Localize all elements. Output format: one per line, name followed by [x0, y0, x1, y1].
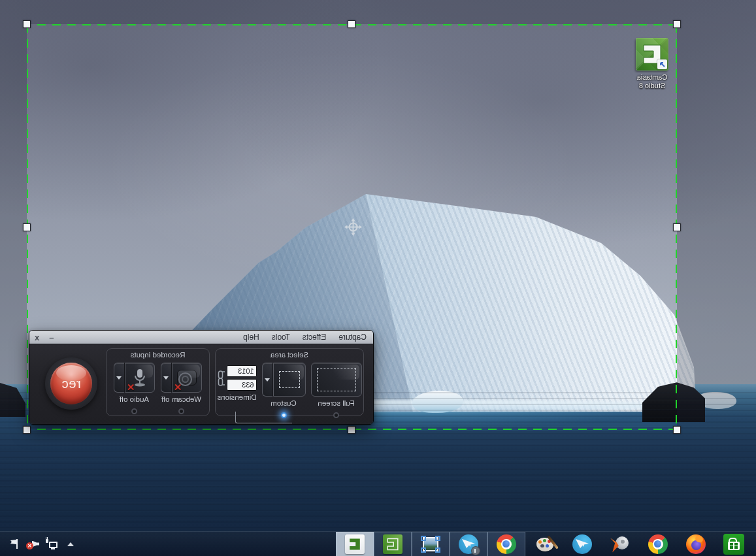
taskbar-photo-viewer[interactable]: [412, 532, 450, 556]
screenshot-root: Camtasia Studio 8 Capture Effects Tools …: [0, 0, 756, 556]
network-icon: [46, 539, 58, 549]
close-button[interactable]: x: [35, 333, 39, 342]
photo-viewer-icon: [421, 536, 440, 553]
sphere-crater: [621, 540, 625, 544]
crop-corner: [435, 536, 440, 541]
select-area-title: Select area: [216, 351, 363, 359]
resize-handle-bottom-right[interactable]: [23, 426, 31, 434]
move-crosshair-icon[interactable]: [344, 218, 362, 236]
monitor-glyph: [49, 542, 58, 548]
resize-handle-mid-left[interactable]: [673, 223, 681, 231]
menu-capture[interactable]: Capture: [338, 333, 367, 342]
paint-dot-orange: [538, 540, 542, 544]
chrome-icon: [648, 534, 668, 554]
network-tray-item[interactable]: [44, 537, 59, 551]
full-screen-indicator-dot: [333, 412, 339, 418]
volume-tray-item[interactable]: ✕: [25, 537, 40, 551]
paint-dot-blue: [546, 544, 549, 548]
audio-dropdown-button[interactable]: [114, 363, 125, 393]
crop-corner: [435, 548, 440, 553]
taskbar-telegram-1[interactable]: [450, 532, 487, 556]
taskbar-windows-store[interactable]: [715, 532, 753, 556]
recorder-titlebar[interactable]: Capture Effects Tools Help – x: [29, 331, 373, 344]
taskbar-camtasia-recorder[interactable]: [336, 532, 374, 556]
capture-dim-left: [677, 24, 756, 431]
full-screen-button[interactable]: [311, 363, 362, 397]
custom-area-button[interactable]: [273, 363, 306, 397]
mirrored-desktop: Camtasia Studio 8 Capture Effects Tools …: [0, 0, 756, 556]
resize-handle-top-right[interactable]: [23, 20, 31, 28]
crop-corner: [421, 536, 426, 541]
camtasia-c-glyph: [387, 538, 399, 551]
telegram-status-badge: [471, 546, 480, 555]
telegram-icon: [572, 534, 592, 554]
resize-handle-bottom-center[interactable]: [348, 426, 356, 434]
camtasia-recorder-window: Capture Effects Tools Help – x Select ar…: [29, 330, 374, 425]
store-bag-glyph: [728, 542, 740, 550]
camtasia-c-glyph: [349, 538, 361, 551]
select-area-panel: Select area Full screen: [215, 348, 364, 416]
recorded-inputs-panel: Recorded inputs ✕ Webcam off: [106, 348, 210, 416]
crop-corner: [421, 548, 426, 553]
resize-handle-top-left[interactable]: [673, 20, 681, 28]
hidden-icons-chevron[interactable]: [63, 537, 78, 551]
taskbar-telegram-2[interactable]: [563, 532, 601, 556]
windows-flag-glyph: [730, 543, 738, 549]
audio-label: Audio off: [120, 395, 149, 403]
monitor-stand: [51, 548, 55, 549]
taskbar: ✕: [0, 531, 756, 556]
taskbar-camtasia-green[interactable]: [374, 532, 412, 556]
palette-icon: [534, 535, 555, 553]
webcam-dropdown-button[interactable]: [161, 363, 172, 393]
resize-handle-bottom-left[interactable]: [673, 426, 681, 434]
taskbar-sphere-app[interactable]: [601, 532, 639, 556]
audio-toggle-button[interactable]: ✕: [125, 363, 155, 393]
recorded-inputs-title: Recorded inputs: [107, 351, 209, 359]
dimensions-connector-line: [235, 412, 292, 423]
record-button[interactable]: rec: [45, 357, 97, 410]
webcam-toggle-button[interactable]: ✕: [172, 363, 202, 393]
plug-glyph: [46, 539, 48, 543]
webcam-off-x-icon: ✕: [174, 383, 182, 392]
chevron-up-icon: [67, 542, 74, 546]
action-center-flag-icon: [9, 539, 18, 549]
webcam-label: Webcam off: [161, 395, 201, 403]
custom-dropdown-button[interactable]: [262, 363, 273, 397]
menu-tools[interactable]: Tools: [272, 333, 290, 342]
taskbar-firefox[interactable]: [677, 532, 715, 556]
height-input[interactable]: [227, 379, 257, 391]
taskbar-chrome-2[interactable]: [639, 532, 677, 556]
menu-effects[interactable]: Effects: [303, 333, 326, 342]
sphere-app-icon: [610, 534, 630, 554]
window-controls: – x: [35, 333, 54, 342]
link-dimensions-icon[interactable]: [218, 368, 225, 389]
paper-plane-glyph: [576, 539, 589, 549]
capture-dim-top: [0, 0, 756, 24]
system-tray: ✕: [0, 532, 78, 556]
chrome-icon: [497, 534, 516, 554]
resize-handle-mid-right[interactable]: [23, 223, 31, 231]
taskbar-chrome-1[interactable]: [487, 532, 525, 556]
audio-off-x-icon: ✕: [127, 383, 135, 392]
width-input[interactable]: [227, 365, 257, 377]
firefox-icon: [686, 534, 706, 554]
recorder-body: Select area Full screen: [29, 344, 373, 425]
full-screen-label: Full screen: [318, 399, 354, 407]
audio-indicator-dot: [131, 408, 137, 414]
custom-label: Custom: [271, 399, 297, 407]
full-screen-icon: [317, 368, 356, 391]
mute-x-badge: ✕: [26, 542, 33, 549]
camtasia-green-icon: [383, 534, 403, 554]
volume-muted-icon: ✕: [26, 539, 39, 549]
webcam-indicator-dot: [178, 408, 184, 414]
menu-help[interactable]: Help: [243, 333, 259, 342]
chevron-down-icon: [265, 378, 270, 382]
action-center-tray-item[interactable]: [7, 537, 21, 551]
custom-area-icon: [279, 371, 300, 388]
palette-thumb-hole: [540, 544, 544, 548]
chevron-down-icon: [117, 376, 122, 380]
taskbar-palette[interactable]: [525, 532, 563, 556]
minimize-button[interactable]: –: [49, 333, 54, 342]
resize-handle-top-center[interactable]: [348, 20, 356, 28]
chevron-down-icon: [164, 376, 169, 380]
